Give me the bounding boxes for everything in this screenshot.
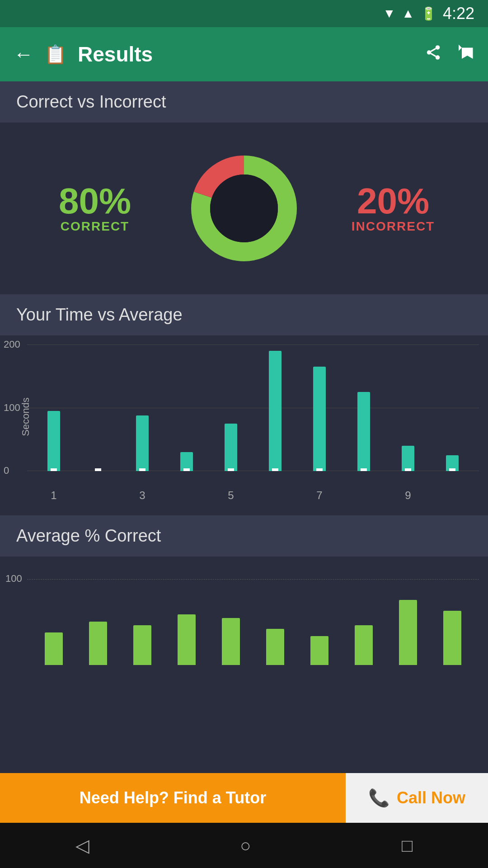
avg-chart-section: 100: [0, 557, 488, 773]
bar-group: [430, 455, 474, 471]
x-axis-label: [253, 489, 297, 502]
time-bar: [225, 424, 237, 471]
grid-label-200: 200: [4, 339, 20, 350]
x-axis-label: [430, 489, 474, 502]
bottom-banner: Need Help? Find a Tutor 📞 Call Now: [0, 773, 488, 823]
avg-y-label-100: 100: [5, 573, 22, 585]
avg-marker: [361, 468, 367, 471]
find-tutor-button[interactable]: Need Help? Find a Tutor: [0, 773, 346, 823]
avg-chart: 100: [27, 566, 479, 665]
avg-bar-group: [430, 611, 474, 665]
bar-group: [164, 452, 209, 471]
donut-chart: [176, 141, 312, 276]
avg-bar: [266, 629, 284, 665]
phone-icon: 📞: [368, 788, 389, 808]
avg-correct-header: Average % Correct: [0, 515, 488, 557]
bar-group: [386, 446, 430, 471]
nav-bar: ◁ ○ □: [0, 823, 488, 868]
time-bar: [136, 415, 149, 471]
avg-bar-group: [120, 625, 164, 665]
avg-marker: [405, 468, 411, 471]
x-axis-label: [164, 489, 209, 502]
app-bar-actions: [425, 43, 474, 66]
svg-point-1: [427, 50, 432, 55]
svg-line-4: [431, 48, 436, 51]
nav-home-button[interactable]: ○: [240, 835, 251, 856]
avg-marker: [183, 468, 190, 471]
avg-bar-group: [386, 600, 430, 665]
correct-label: CORRECT: [14, 219, 176, 234]
grid-label-100: 100: [4, 402, 20, 414]
avg-marker: [139, 468, 145, 471]
avg-marker: [272, 468, 278, 471]
svg-point-0: [436, 45, 440, 50]
x-axis-label: [342, 489, 386, 502]
page-title: Results: [78, 42, 414, 66]
results-icon: 📋: [44, 44, 67, 65]
avg-bar: [89, 622, 107, 665]
nav-back-button[interactable]: ◁: [75, 835, 89, 856]
time-vs-average-header: Your Time vs Average: [0, 294, 488, 335]
avg-marker: [449, 468, 455, 471]
avg-marker: [228, 468, 234, 471]
time-bar: [402, 446, 414, 471]
correct-percentage: 80%: [14, 183, 176, 219]
time-bar: [313, 367, 326, 471]
x-axis-label: [76, 489, 120, 502]
avg-bar-group: [164, 614, 209, 665]
time-chart-section: Seconds 200 100 0 13579: [0, 335, 488, 515]
status-time: 4:22: [443, 4, 474, 23]
avg-bar: [133, 625, 151, 665]
correct-incorrect-header: Correct vs Incorrect: [0, 81, 488, 123]
bar-group: [120, 415, 164, 471]
wifi-icon: ▼: [383, 6, 395, 21]
avg-bar-group: [342, 625, 386, 665]
svg-point-8: [210, 175, 278, 242]
x-axis-label: 9: [386, 489, 430, 502]
bar-group: [342, 392, 386, 471]
share-button[interactable]: [425, 44, 442, 65]
avg-bar: [178, 614, 196, 665]
x-axis-label: 1: [32, 489, 76, 502]
battery-icon: 🔋: [421, 6, 436, 21]
time-bar: [269, 351, 282, 471]
avg-bar-group: [297, 636, 342, 665]
bar-group: [297, 367, 342, 471]
call-now-text: Call Now: [397, 788, 465, 807]
time-vs-average-title: Your Time vs Average: [16, 305, 183, 324]
avg-bar-group: [209, 618, 253, 665]
incorrect-label: INCORRECT: [312, 219, 474, 234]
status-icons: ▼ ▲ 🔋 4:22: [383, 4, 474, 23]
back-button[interactable]: ←: [14, 44, 33, 64]
avg-bar: [222, 618, 240, 665]
call-now-button[interactable]: 📞 Call Now: [346, 773, 488, 823]
time-bar: [47, 411, 60, 471]
incorrect-percentage: 20%: [312, 183, 474, 219]
avg-bar: [399, 600, 417, 665]
bookmark-button[interactable]: [455, 43, 474, 66]
avg-marker: [51, 468, 57, 471]
nav-recent-button[interactable]: □: [402, 835, 413, 856]
avg-correct-title: Average % Correct: [16, 526, 161, 545]
avg-bar-group: [76, 622, 120, 665]
correct-incorrect-title: Correct vs Incorrect: [16, 92, 166, 111]
grid-label-0: 0: [4, 465, 9, 476]
x-axis-label: 3: [120, 489, 164, 502]
bar-group: [32, 411, 76, 471]
signal-icon: ▲: [402, 6, 414, 21]
find-tutor-text: Need Help? Find a Tutor: [80, 788, 266, 807]
avg-bar: [310, 636, 328, 665]
avg-bar-group: [253, 629, 297, 665]
svg-line-3: [431, 53, 436, 56]
app-bar: ← 📋 Results: [0, 27, 488, 81]
bar-group: [209, 424, 253, 471]
avg-bar: [355, 625, 373, 665]
incorrect-stat: 20% INCORRECT: [312, 183, 474, 234]
bars-area: [27, 344, 479, 471]
x-axis-label: 5: [209, 489, 253, 502]
avg-bars-area: [27, 579, 479, 665]
time-bar: [357, 392, 370, 471]
svg-point-2: [436, 55, 440, 59]
avg-bar: [45, 632, 63, 665]
x-axis-label: 7: [297, 489, 342, 502]
